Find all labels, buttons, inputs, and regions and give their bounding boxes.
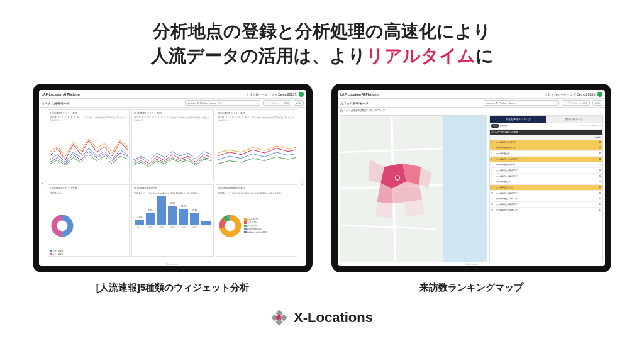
- widget-title: [人流速報] 来訪分析: [132, 185, 213, 191]
- legend-row: 渋谷区 9.9%: [244, 225, 267, 227]
- widget-hourly-donut[interactable]: [人流速報] 時間帯別来訪 [POI] Aユーザー / 期間平均 過去4週間>過…: [216, 184, 297, 257]
- app-header: LAP Location AI Platform クロスロケーションズ Demo…: [338, 90, 605, 99]
- ranking-row[interactable]: 6東京都新宿区西新宿1丁目56: [490, 168, 602, 174]
- svg-point-15: [395, 176, 399, 180]
- brand-logo-icon: [271, 310, 287, 326]
- bar: 70代>: [201, 221, 211, 225]
- ranking-row[interactable]: 1東京都新宿区西口1丁目89: [490, 140, 602, 145]
- user-info[interactable]: クロスロケーションズ Demo 2023年: [246, 92, 304, 97]
- donut-chart: [218, 213, 243, 238]
- widget-desc: [POI] A・B・C・D・E・F・G・H・I・J / 日別推移 / 期間指定 …: [132, 116, 213, 123]
- svg-marker-14: [405, 200, 425, 217]
- headline: 分析地点の登録と分析処理の高速化により 人流データの活用は、よりリアルタイムに: [151, 19, 494, 68]
- project-select[interactable]: Location AI Platform demo ▾: [484, 100, 559, 106]
- add-widget-button[interactable]: ＋ ウィジェット追加: [263, 100, 291, 106]
- app-footer: X-Locations: [39, 262, 306, 265]
- ranking-panel: 現在を基軸ランキング 期間比較データ 地点 推奨地点 4/21〜4/25 - 7…: [489, 115, 603, 262]
- legend-row: 設定地 70.0%: [244, 218, 267, 221]
- ranking-row[interactable]: 4東京都新宿区百人町1丁目80: [490, 157, 602, 162]
- legend-row: 男性: 49.6%: [50, 250, 63, 252]
- ranking-row[interactable]: 5東京都新宿区歌舞伎町59: [490, 162, 602, 168]
- caption-left: [人流速報]5種類のウィジェット分析: [96, 282, 249, 294]
- user-info[interactable]: クロスロケーションズ Demo 2023年: [545, 92, 602, 97]
- headline-line2: 人流データの活用は、よりリアルタイムに: [151, 43, 494, 68]
- ranking-row[interactable]: 10東京都新宿区西新宿1丁目50: [490, 191, 602, 196]
- mode-label: カスタム分析モード: [42, 101, 70, 105]
- widget-daily-2[interactable]: [人流速報] デイリー来訪 [POI] A・B・C・D・E・F・G・H・I・J …: [131, 109, 213, 182]
- tab-compare[interactable]: 期間比較データ: [546, 116, 602, 123]
- app-logo: LAP Location AI Platform: [340, 92, 379, 96]
- widget-title: [人流速報] デイリー来訪: [216, 110, 297, 116]
- filter-label[interactable]: 地点: [491, 124, 499, 128]
- donut-chart: [50, 213, 75, 238]
- app-footer: X-Locations: [338, 262, 605, 265]
- ranking-row[interactable]: 8東京都新宿区高田56: [490, 179, 602, 185]
- caption-right: 来訪数ランキングマップ: [419, 282, 523, 294]
- add-widget-button[interactable]: ＋ ウィジェット追加: [562, 100, 590, 106]
- project-select[interactable]: Location AI Platform demo_コピー ▾: [185, 100, 260, 106]
- widget-desc: [POI] A・B・C・D・E・F・G・H・I・J / 日別推移 / 期間指定 …: [48, 116, 129, 123]
- app-logo: LAP Location AI Platform: [42, 92, 80, 96]
- bar: 15.2%50代: [179, 209, 189, 225]
- widget-visits-bar[interactable]: [人流速報] 来訪分析 [POI] Aユーザー / 期間平均 過去4週間>過去8…: [131, 184, 213, 257]
- logo-short: LAP: [340, 92, 347, 96]
- ranking-row[interactable]: 9東京都新宿区市ヶ谷51: [490, 185, 602, 191]
- widget-daily-3[interactable]: [人流速報] デイリー来訪 [POI] A・B・C・D・E・F・G・H・I・J …: [216, 109, 297, 182]
- ranking-map-screen: LAP Location AI Platform クロスロケーションズ Demo…: [331, 84, 611, 272]
- widget-title: [人流速報] 時間帯別来訪: [216, 185, 297, 191]
- bar: 29.8%30代: [157, 196, 167, 225]
- mode-label: カスタム分析モード: [340, 101, 369, 105]
- user-label: クロスロケーションズ Demo 2023年: [545, 92, 596, 96]
- legend-row: 北部 16.5%: [244, 221, 267, 224]
- ranking-row[interactable]: 11東京都新宿区百人町2丁目48: [490, 196, 602, 202]
- app-toolbar: カスタム分析モード Location AI Platform demo ▾ ＋ …: [338, 99, 605, 108]
- legend-row: 新宿周辺他 0.5%: [244, 228, 267, 230]
- svg-marker-13: [375, 202, 393, 218]
- widget-daily-1[interactable]: [人流速報] デイリー来訪 [POI] A・B・C・D・E・F・G・H・I・J …: [48, 109, 130, 182]
- avatar[interactable]: [597, 92, 602, 97]
- reset-button[interactable]: 削除: [294, 100, 304, 106]
- map-canvas[interactable]: [340, 115, 487, 262]
- line-chart: [50, 124, 128, 181]
- app-header: LAP Location AI Platform クロスロケーションズ Demo…: [39, 90, 306, 99]
- col-area: ホームワークの更新が多い地域: [491, 131, 518, 133]
- next-page-button[interactable]: ›: [299, 177, 306, 189]
- ranking-row[interactable]: 3東京都新宿区西口85: [490, 151, 602, 157]
- legend: 設定地 70.0%北部 16.5%渋谷区 9.9%新宿周辺他 0.5%首都圏その…: [244, 218, 267, 233]
- brand-name: X-Locations: [294, 310, 373, 326]
- bar: 10.8%60代: [190, 213, 199, 225]
- map-widget-title: [カスタム分析] 来訪数ランキングマップ: [338, 108, 605, 113]
- brand-footer: X-Locations: [271, 310, 373, 326]
- line-chart: [218, 124, 296, 181]
- chevron-down-icon: ▾: [257, 101, 258, 104]
- ranking-row[interactable]: 12東京都新宿区西新宿1丁目47: [490, 202, 602, 208]
- widget-analysis-screen: LAP Location AI Platform クロスロケーションズ Demo…: [33, 84, 313, 272]
- legend-row: 女性: 50.4%: [50, 253, 63, 255]
- widget-demographics[interactable]: [人流速報] デモグラ分析 [POI] A / 全体 男性: 49.6%: [48, 184, 130, 257]
- reset-button[interactable]: 削除: [592, 100, 602, 106]
- logo-short: LAP: [42, 92, 48, 96]
- bar-chart: 4.2%<20代9.8%20代29.8%30代19.1%40代15.2%50代1…: [133, 196, 211, 225]
- user-label: クロスロケーションズ Demo 2023年: [246, 92, 297, 96]
- ranking-row[interactable]: 13東京都新宿区下落合1丁目47: [490, 208, 602, 213]
- chevron-down-icon: ▾: [556, 101, 557, 104]
- ranking-list: 1東京都新宿区西口1丁目892東京都新宿区市谷1丁目883東京都新宿区西口854…: [490, 140, 602, 262]
- headline-line1: 分析地点の登録と分析処理の高速化により: [151, 19, 494, 43]
- product-name: Location AI Platform: [348, 92, 379, 96]
- filter-value: 推奨地点: [500, 125, 508, 127]
- bar: 9.8%20代: [146, 213, 155, 225]
- bar: 4.2%<20代: [135, 220, 144, 225]
- avatar[interactable]: [299, 92, 304, 97]
- legend-row: 首都圏その他郊外 3.0%: [244, 231, 267, 233]
- widget-title: [人流速報] デモグラ分析: [48, 185, 129, 191]
- ranking-row[interactable]: 7東京都新宿区西新宿2丁目56: [490, 174, 602, 179]
- widget-title: [人流速報] デイリー来訪: [132, 110, 213, 116]
- prev-page-button[interactable]: ‹: [40, 177, 46, 189]
- bar: 19.1%40代: [168, 206, 177, 225]
- col-count: 現在来訪: [589, 136, 601, 138]
- tab-ranking[interactable]: 現在を基軸ランキング: [490, 116, 547, 123]
- widgets-grid: ‹ › [人流速報] デイリー来訪 [POI] A・B・C・D・E・F・G・H・…: [39, 108, 306, 259]
- ranking-row[interactable]: 2東京都新宿区市谷1丁目88: [490, 145, 602, 151]
- widget-desc: [POI] A・B・C・D・E・F・G・H・I・J / 日別推移 / 期間指定 …: [216, 116, 297, 123]
- headline-accent: リアルタイム: [366, 46, 475, 65]
